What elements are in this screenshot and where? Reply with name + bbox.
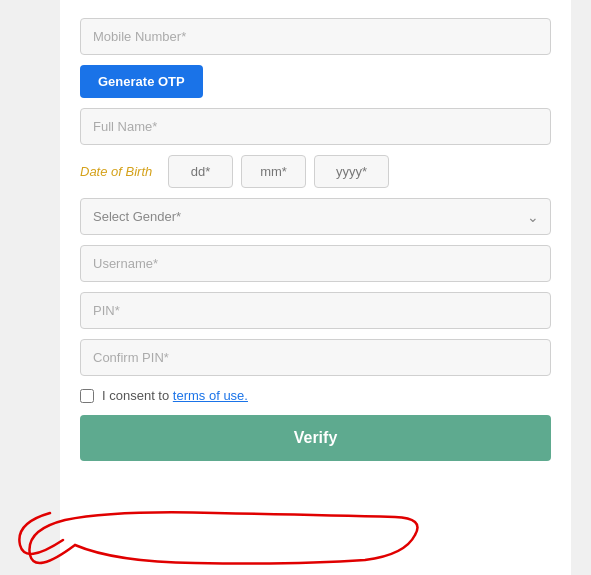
confirm-pin-input[interactable] (80, 339, 551, 376)
terms-of-use-link[interactable]: terms of use. (173, 388, 248, 403)
dob-year-input[interactable] (314, 155, 389, 188)
gender-select[interactable]: Select Gender* Male Female Other (80, 198, 551, 235)
scribble-annotation (15, 445, 435, 575)
dob-month-input[interactable] (241, 155, 306, 188)
consent-checkbox[interactable] (80, 389, 94, 403)
dob-day-input[interactable] (168, 155, 233, 188)
pin-input[interactable] (80, 292, 551, 329)
consent-text: I consent to terms of use. (102, 388, 248, 403)
mobile-number-input[interactable] (80, 18, 551, 55)
dob-label: Date of Birth (80, 164, 160, 179)
gender-select-wrapper: Select Gender* Male Female Other ⌄ (80, 198, 551, 235)
generate-otp-button[interactable]: Generate OTP (80, 65, 203, 98)
username-input[interactable] (80, 245, 551, 282)
main-form-panel: Generate OTP Date of Birth Select Gender… (60, 0, 571, 575)
sidebar-right (571, 0, 591, 575)
full-name-input[interactable] (80, 108, 551, 145)
verify-button[interactable]: Verify (80, 415, 551, 461)
sidebar-left (0, 0, 60, 575)
date-of-birth-row: Date of Birth (80, 155, 551, 188)
consent-row: I consent to terms of use. (80, 388, 551, 403)
